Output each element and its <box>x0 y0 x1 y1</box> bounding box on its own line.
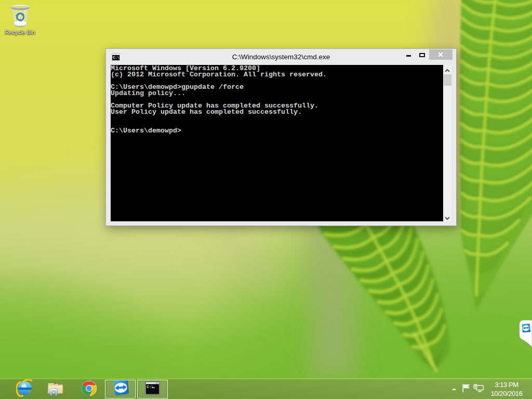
svg-text:C:\: C:\ <box>147 385 154 389</box>
